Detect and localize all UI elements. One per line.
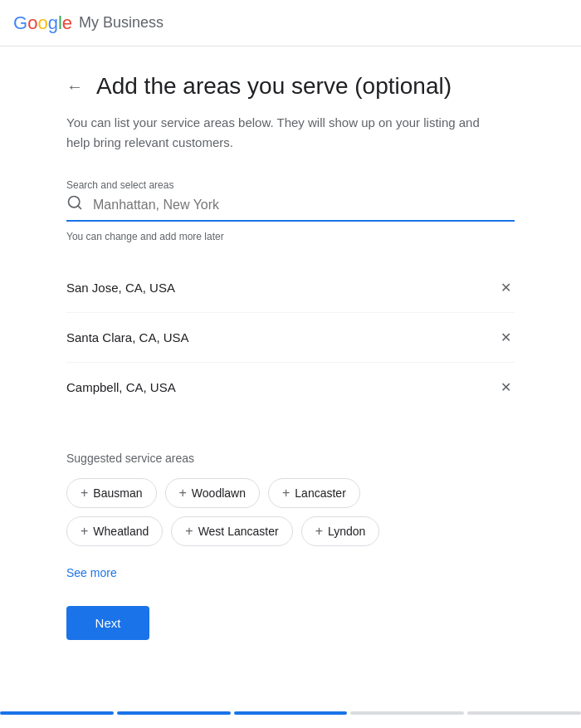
suggested-area-chip[interactable]: +Lancaster [268, 478, 360, 508]
app-header: Google My Business [0, 0, 581, 46]
selected-areas-list: San Jose, CA, USA ✕ Santa Clara, CA, USA… [66, 263, 515, 412]
google-logo-text: Google [13, 12, 72, 34]
search-label: Search and select areas [66, 179, 515, 191]
app-name-suffix: My Business [79, 14, 164, 32]
page-description: You can list your service areas below. T… [66, 113, 498, 153]
search-row [66, 194, 515, 222]
see-more-button[interactable]: See more [66, 566, 117, 579]
chip-plus-icon: + [315, 524, 323, 539]
suggested-area-chip[interactable]: +Wheatland [66, 516, 163, 546]
logo: Google My Business [13, 12, 164, 34]
remove-area-button[interactable]: ✕ [497, 376, 515, 398]
suggested-label: Suggested service areas [66, 452, 515, 465]
main-content: ← Add the areas you serve (optional) You… [0, 46, 581, 728]
chips-row-1: +Bausman+Woodlawn+Lancaster [66, 478, 515, 508]
chip-label: Wheatland [93, 525, 149, 538]
back-button[interactable]: ← [66, 77, 83, 96]
chip-label: Woodlawn [192, 486, 246, 500]
search-hint: You can change and add more later [66, 231, 224, 242]
chip-label: Bausman [93, 486, 142, 500]
remove-area-button[interactable]: ✕ [497, 276, 515, 299]
progress-segment [0, 711, 114, 715]
chip-plus-icon: + [282, 486, 290, 501]
area-name: San Jose, CA, USA [66, 281, 175, 295]
title-row: ← Add the areas you serve (optional) [66, 73, 515, 100]
chips-row-2: +Wheatland+West Lancaster+Lyndon [66, 516, 515, 546]
area-name: Campbell, CA, USA [66, 380, 176, 394]
suggested-area-chip[interactable]: +Woodlawn [165, 478, 260, 508]
suggested-area-chip[interactable]: +Lyndon [301, 516, 380, 546]
next-button[interactable]: Next [66, 606, 149, 640]
progress-bar [0, 711, 581, 728]
search-section: Search and select areas You can change a… [66, 179, 515, 243]
progress-segment [234, 711, 348, 715]
search-icon [66, 194, 83, 215]
page-title: Add the areas you serve (optional) [96, 73, 452, 100]
chip-label: Lancaster [295, 486, 345, 500]
chip-plus-icon: + [185, 524, 193, 539]
area-name: Santa Clara, CA, USA [66, 330, 189, 344]
suggested-section: Suggested service areas +Bausman+Woodlaw… [66, 452, 515, 546]
progress-segment [117, 711, 231, 715]
search-input[interactable] [93, 198, 515, 213]
chip-plus-icon: + [81, 524, 88, 539]
progress-segment [350, 711, 464, 715]
svg-line-1 [78, 206, 81, 209]
area-item: Santa Clara, CA, USA ✕ [66, 313, 515, 363]
area-item: San Jose, CA, USA ✕ [66, 263, 515, 313]
suggested-area-chip[interactable]: +Bausman [66, 478, 157, 508]
chip-plus-icon: + [179, 486, 187, 501]
chip-label: Lyndon [328, 525, 365, 538]
chips-container: +Bausman+Woodlawn+Lancaster+Wheatland+We… [66, 478, 515, 546]
suggested-area-chip[interactable]: +West Lancaster [171, 516, 292, 546]
remove-area-button[interactable]: ✕ [497, 326, 515, 349]
chip-label: West Lancaster [198, 525, 279, 538]
chip-plus-icon: + [81, 486, 88, 501]
area-item: Campbell, CA, USA ✕ [66, 363, 515, 412]
progress-segment [467, 711, 581, 715]
